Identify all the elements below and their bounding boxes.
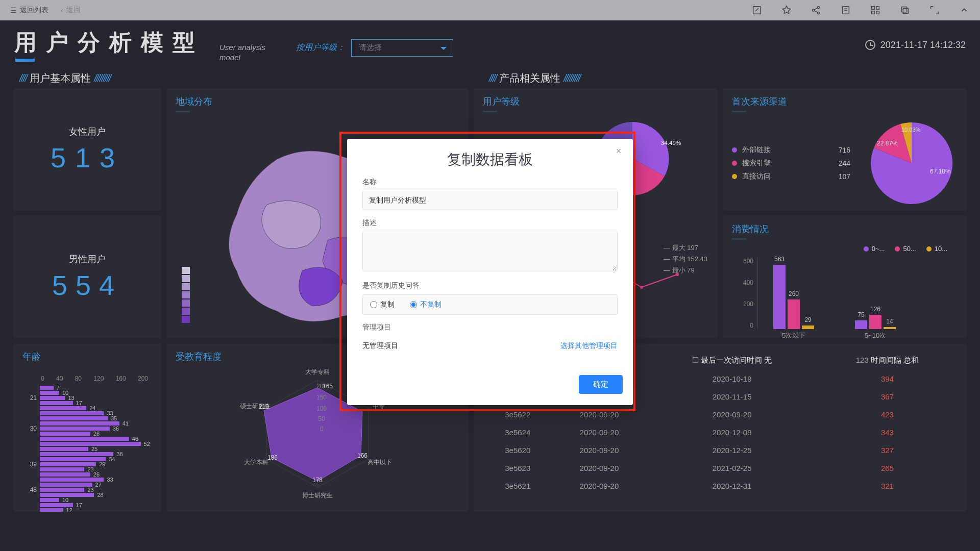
modal-title: 复制数据看板 bbox=[362, 150, 618, 169]
name-label: 名称 bbox=[362, 178, 618, 187]
close-icon[interactable]: × bbox=[614, 146, 624, 156]
history-label: 是否复制历史问答 bbox=[362, 281, 618, 290]
radio-nocopy[interactable]: 不复制 bbox=[410, 300, 442, 309]
copy-dashboard-modal: 复制数据看板 × 名称 描述 是否复制历史问答 复制 不复制 管理项目 无管理项… bbox=[347, 139, 633, 405]
desc-label: 描述 bbox=[362, 218, 618, 228]
proj-value: 无管理项目 bbox=[362, 341, 398, 349]
radio-copy[interactable]: 复制 bbox=[370, 300, 395, 309]
name-input[interactable] bbox=[362, 191, 618, 210]
choose-project-link[interactable]: 选择其他管理项目 bbox=[560, 341, 618, 350]
proj-label: 管理项目 bbox=[362, 323, 618, 332]
confirm-button[interactable]: 确定 bbox=[579, 375, 623, 394]
desc-textarea[interactable] bbox=[362, 232, 618, 271]
